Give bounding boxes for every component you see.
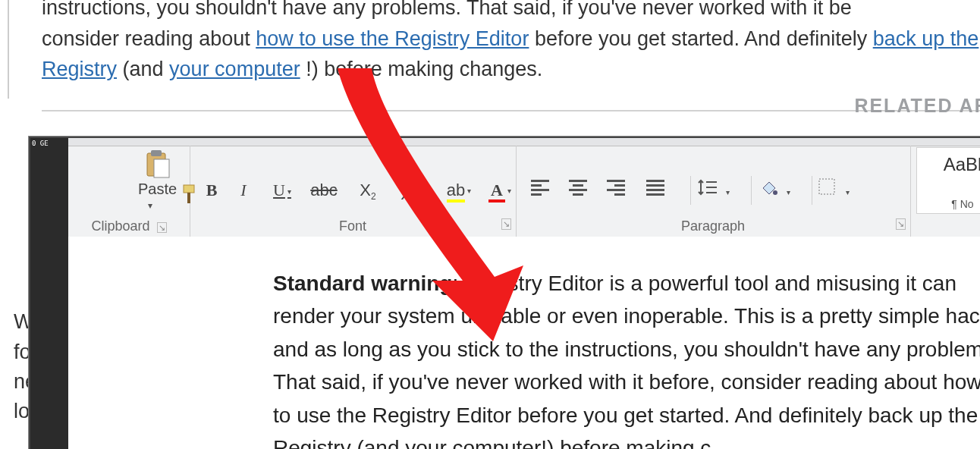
align-left-icon xyxy=(531,177,549,198)
line-spacing-dropdown-icon[interactable]: ▾ xyxy=(726,188,730,196)
paste-icon xyxy=(145,150,171,179)
align-left-button[interactable] xyxy=(531,177,564,203)
align-center-icon xyxy=(569,177,587,198)
clipboard-dialog-launcher[interactable]: ↘ xyxy=(157,222,167,233)
fontcolor-dropdown-icon[interactable]: ▾ xyxy=(507,187,511,195)
group-font-label: Font ↘ xyxy=(190,218,516,234)
superscript-button[interactable]: X2 xyxy=(394,177,423,203)
style-preview: AaBl xyxy=(917,148,980,175)
paragraph-sep-3 xyxy=(812,176,812,205)
article-paragraph: instructions, you shouldn't have any pro… xyxy=(42,0,980,85)
thumb-text: 0 GE xyxy=(32,140,49,147)
document-paragraph: Standard warning: Registry Editor is a p… xyxy=(273,267,980,449)
word-editor-window: 0 GE Paste ▾ Clipboard xyxy=(29,137,980,449)
article-line3-mid: (and xyxy=(123,58,170,80)
underline-dropdown-icon[interactable]: ▾ xyxy=(287,187,291,196)
svg-rect-7 xyxy=(706,192,717,193)
svg-rect-6 xyxy=(706,187,717,188)
paint-bucket-icon xyxy=(759,177,778,197)
group-paragraph: ▾ ▾ ▾ Paragraph ↘ xyxy=(516,146,911,237)
article-line2-mid: before you get started. And definitely xyxy=(535,27,873,50)
link-registry-editor[interactable]: how to use the Registry Editor xyxy=(256,27,529,50)
article-line1: instructions, you shouldn't have any pro… xyxy=(42,0,852,19)
related-heading: RELATED ART xyxy=(854,95,980,117)
group-clipboard: Paste ▾ Clipboard ↘ xyxy=(68,146,190,237)
paragraph-sep-2 xyxy=(751,176,752,205)
subscript-button[interactable]: X2 xyxy=(353,177,382,203)
paragraph-dialog-launcher[interactable]: ↘ xyxy=(896,218,906,230)
svg-rect-2 xyxy=(154,159,169,177)
line-spacing-button[interactable]: ▾ xyxy=(698,177,731,203)
doc-bold-lead: Standard warning xyxy=(273,272,452,295)
page-left-border xyxy=(8,0,9,99)
group-paragraph-label: Paragraph ↘ xyxy=(516,218,910,234)
style-name: ¶ No xyxy=(917,198,980,210)
align-justify-button[interactable] xyxy=(646,177,680,203)
paste-label: Paste xyxy=(137,181,178,198)
align-center-button[interactable] xyxy=(569,177,602,203)
borders-icon xyxy=(818,177,836,196)
paste-button[interactable]: Paste xyxy=(137,150,178,198)
font-dialog-launcher[interactable]: ↘ xyxy=(501,218,511,230)
borders-dropdown-icon[interactable]: ▾ xyxy=(846,188,850,196)
align-right-icon xyxy=(607,177,625,198)
group-styles: AaBl ¶ No xyxy=(910,146,980,237)
divider xyxy=(42,110,980,111)
paragraph-sep-1 xyxy=(690,176,691,205)
svg-rect-9 xyxy=(819,179,834,194)
strikethrough-button[interactable]: abc xyxy=(309,177,338,203)
borders-button[interactable]: ▾ xyxy=(818,177,851,203)
style-normal[interactable]: AaBl ¶ No xyxy=(916,147,980,214)
shading-dropdown-icon[interactable]: ▾ xyxy=(787,188,790,196)
svg-point-8 xyxy=(773,190,777,195)
article-line3-end: !) before making changes. xyxy=(306,58,542,80)
left-thumbnail-strip: 0 GE xyxy=(30,138,68,449)
highlight-dropdown-icon[interactable]: ▾ xyxy=(467,187,471,195)
shading-button[interactable]: ▾ xyxy=(759,177,792,203)
ribbon: Paste ▾ Clipboard ↘ B I U▾ abc X xyxy=(68,138,980,237)
doc-body-text: : Registry Editor is a powerful tool and… xyxy=(273,272,980,449)
bold-button[interactable]: B xyxy=(197,177,226,203)
link-your-computer[interactable]: your computer xyxy=(169,58,300,80)
underline-button[interactable]: U▾ xyxy=(261,177,303,203)
group-font: B I U▾ abc X2 X2 ab▾ A▾ Font ↘ xyxy=(190,146,517,237)
article-line2-pre: consider reading about xyxy=(42,27,256,50)
document-body[interactable]: Standard warning: Registry Editor is a p… xyxy=(68,237,980,449)
group-clipboard-label: Clipboard ↘ xyxy=(68,218,190,234)
align-right-button[interactable] xyxy=(607,177,640,203)
align-justify-icon xyxy=(646,177,664,198)
line-spacing-icon xyxy=(698,177,718,197)
font-color-button[interactable]: A▾ xyxy=(481,177,519,203)
paste-dropdown-icon[interactable]: ▾ xyxy=(148,200,152,211)
svg-rect-1 xyxy=(151,150,162,156)
highlight-color-button[interactable]: ab▾ xyxy=(440,177,478,203)
italic-button[interactable]: I xyxy=(229,177,258,203)
svg-rect-5 xyxy=(706,181,717,183)
